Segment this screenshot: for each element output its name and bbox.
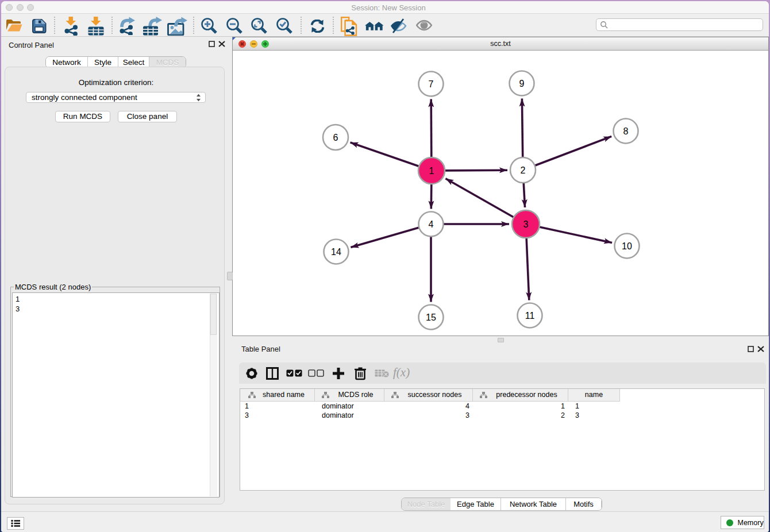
svg-text:3: 3 (523, 219, 529, 229)
svg-text:14: 14 (331, 247, 341, 257)
svg-text:11: 11 (525, 311, 535, 321)
svg-text:7: 7 (429, 79, 434, 89)
svg-text:1: 1 (429, 166, 434, 176)
svg-text:2: 2 (521, 165, 526, 175)
svg-text:15: 15 (426, 313, 436, 322)
svg-text:10: 10 (622, 241, 632, 251)
svg-text:6: 6 (333, 133, 338, 142)
svg-text:8: 8 (623, 126, 629, 136)
svg-text:4: 4 (429, 219, 434, 229)
svg-text:9: 9 (519, 79, 525, 88)
